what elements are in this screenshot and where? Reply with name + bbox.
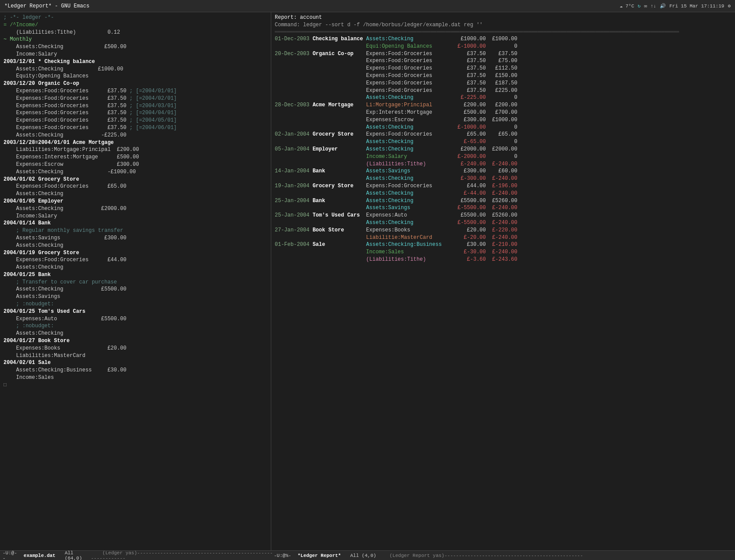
ledger-source-line: 2003/12/01 * Checking balance <box>4 58 267 66</box>
titlebar-right: ☁ 7°C ↻ ✉ ↑↓ 🔊 Fri 15 Mar 17:11:19 ⚙ <box>620 3 731 9</box>
datetime: Fri 15 Mar 17:11:19 <box>669 4 724 9</box>
ledger-source-line: Assets:Checking <box>4 264 267 271</box>
network-icon: ↑↓ <box>651 4 656 9</box>
report-header: Report: account Command: ledger --sort d… <box>275 14 732 35</box>
left-extra: (Ledger yas)----------------------------… <box>91 550 274 560</box>
refresh-icon[interactable]: ↻ <box>638 3 641 9</box>
right-spacer <box>293 553 296 558</box>
ledger-source-line: 2004/01/05 Employer <box>4 198 267 205</box>
report-row: 05-Jan-2004 Employer Assets:Checking £20… <box>275 146 732 153</box>
settings-icon[interactable]: ⚙ <box>728 3 731 9</box>
ledger-source-line: ; :nobudget: <box>4 301 267 308</box>
left-pane: ; -*- ledger -*-= /^Income/ (Liabilities… <box>0 12 271 550</box>
report-sub-row: Expens:Food:Groceries £37.50 £112.50 <box>275 65 732 72</box>
report-sub-row: Income:Sales £-30.00 £-240.00 <box>275 248 732 256</box>
report-row: Equi:Opening Balances £-1000.00 0 <box>275 43 732 50</box>
ledger-source-line: 2003/12/20 Organic Co-op <box>4 80 267 88</box>
ledger-source-line: Income:Salary <box>4 213 267 220</box>
ledger-source-line: 2004/01/02 Grocery Store <box>4 176 267 183</box>
statusbar-right: -U:@%- *Ledger Report* All (4,0) (Ledger… <box>274 553 732 558</box>
report-sub-row: Assets:Checking £-44.00 £-240.00 <box>275 190 732 197</box>
weather-icon: ☁ 7°C <box>620 3 634 9</box>
right-extra: (Ledger Report yas)---------------------… <box>378 553 583 558</box>
ledger-source-line: Expenses:Food:Groceries £44.00 <box>4 256 267 264</box>
report-sub-row: Assets:Checking £-300.00 £-240.00 <box>275 175 732 182</box>
left-filename: example.dat <box>24 553 56 558</box>
report-row: 28-Dec-2003 Acme Mortgage Li:Mortgage:Pr… <box>275 102 732 109</box>
left-spacer <box>19 553 22 558</box>
report-sub-row: Expens:Food:Groceries £37.50 £187.50 <box>275 80 732 87</box>
ledger-source-line: Expenses:Interest:Mortgage £500.00 <box>4 154 267 161</box>
report-sub-row: (Liabilities:Tithe) £-240.00 £-240.00 <box>275 161 732 168</box>
report-label: Report: account <box>275 14 732 21</box>
left-spacer2 <box>57 553 63 558</box>
ledger-source-line: Assets:Savings £300.00 <box>4 234 267 242</box>
report-sub-row: (Liabilities:Tithe) £-3.60 £-243.60 <box>275 256 732 263</box>
right-pane: Report: account Command: ledger --sort d… <box>271 12 735 550</box>
separator-line: ════════════════════════════════════════… <box>275 29 732 35</box>
report-row: 01-Feb-2004 Sale Assets:Checking:Busines… <box>275 241 732 248</box>
ledger-source-line: □ <box>4 382 267 389</box>
ledger-source-line: 2004/01/25 Bank <box>4 271 267 279</box>
report-sub-row: Assets:Checking £-1000.00 0 <box>275 124 732 131</box>
ledger-source-line: = /^Income/ <box>4 21 267 29</box>
report-sub-row: Exp:Interest:Mortgage £500.00 £700.00 <box>275 109 732 116</box>
report-sub-row: Expens:Food:Groceries £37.50 £150.00 <box>275 72 732 80</box>
ledger-source-line: Equity:Opening Balances <box>4 73 267 80</box>
report-sub-row: Expenses:Escrow £300.00 £1000.00 <box>275 116 732 124</box>
ledger-source-line: Assets:Checking £2000.00 <box>4 205 267 213</box>
ledger-source-line: Expenses:Auto £5500.00 <box>4 315 267 323</box>
ledger-source-line: Expenses:Food:Groceries £37.50 ; [=2004/… <box>4 95 267 102</box>
titlebar: *Ledger Report* - GNU Emacs ☁ 7°C ↻ ✉ ↑↓… <box>0 0 735 12</box>
right-spacer2 <box>343 553 348 558</box>
ledger-source-line: Expenses:Food:Groceries £37.50 ; [=2004/… <box>4 124 267 132</box>
report-row: 27-Jan-2004 Book Store Expenses:Books £2… <box>275 227 732 234</box>
ledger-source-line: 2003/12/28=2004/01/01 Acme Mortgage <box>4 139 267 147</box>
ledger-source-line: Expenses:Food:Groceries £37.50 ; [=2004/… <box>4 109 267 117</box>
ledger-source-line: Expenses:Food:Groceries £37.50 ; [=2004/… <box>4 102 267 110</box>
right-filename: *Ledger Report* <box>298 553 341 558</box>
ledger-source-line: Assets:Checking <box>4 330 267 337</box>
ledger-source-line: Expenses:Food:Groceries £37.50 ; [=2004/… <box>4 117 267 124</box>
report-sub-row: Assets:Savings £-5500.00 £-240.00 <box>275 204 732 212</box>
report-sub-row: Liabilitie:MasterCard £-20.00 £-240.00 <box>275 234 732 242</box>
report-rows: 01-Dec-2003 Checking balance Assets:Chec… <box>275 35 732 263</box>
report-sub-row: Income:Salary £-2000.00 0 <box>275 153 732 161</box>
window-title: *Ledger Report* - GNU Emacs <box>4 3 89 9</box>
report-row: 14-Jan-2004 Bank Assets:Savings £300.00 … <box>275 168 732 175</box>
report-sub-row: Assets:Checking £-65.00 0 <box>275 138 732 146</box>
ledger-source-line: Expenses:Food:Groceries £65.00 <box>4 183 267 190</box>
report-row: 25-Jan-2004 Tom's Used Cars Expenses:Aut… <box>275 212 732 219</box>
ledger-source-line: 2004/02/01 Sale <box>4 359 267 367</box>
ledger-source-line: Assets:Checking £5500.00 <box>4 286 267 293</box>
ledger-source-line: Assets:Checking <box>4 190 267 198</box>
mail-icon[interactable]: ✉ <box>644 3 647 9</box>
ledger-source-line: 2004/01/25 Tom's Used Cars <box>4 308 267 315</box>
ledger-source-line: 2004/01/27 Book Store <box>4 337 267 345</box>
report-sub-row: Expens:Food:Groceries £37.50 £225.00 <box>275 87 732 94</box>
ledger-source-line: Liabilities:MasterCard <box>4 352 267 360</box>
right-info: All (4,0) <box>350 553 376 558</box>
right-mode: -U:@%- <box>274 553 291 558</box>
main-area: ; -*- ledger -*-= /^Income/ (Liabilities… <box>0 12 735 550</box>
ledger-source-line: ; Transfer to cover car purchase <box>4 279 267 286</box>
left-mode: -U:@-- <box>3 550 17 560</box>
ledger-source-line: Assets:Checking:Business £30.00 <box>4 367 267 374</box>
ledger-source-line: Expenses:Escrow £300.00 <box>4 161 267 168</box>
ledger-source-line: ~ Monthly <box>4 36 267 43</box>
ledger-source-line: Income:Salary <box>4 51 267 58</box>
ledger-source-line: Assets:Checking -£225.00 <box>4 132 267 139</box>
left-info: All (64,0) <box>65 550 89 560</box>
report-row: 20-Dec-2003 Organic Co-op Expens:Food:Gr… <box>275 50 732 58</box>
report-sub-row: Expens:Food:Groceries £37.50 £75.00 <box>275 57 732 65</box>
ledger-source-line: Expenses:Books £20.00 <box>4 345 267 352</box>
report-sub-row: Assets:Checking £-5500.00 £-240.00 <box>275 219 732 227</box>
ledger-source-line: Income:Sales <box>4 374 267 382</box>
ledger-source-line: Assets:Checking <box>4 242 267 249</box>
command-label: Command: ledger --sort d -f /home/borbus… <box>275 21 732 29</box>
ledger-source: ; -*- ledger -*-= /^Income/ (Liabilities… <box>4 14 267 389</box>
audio-icon: 🔊 <box>660 3 666 9</box>
ledger-source-line: ; -*- ledger -*- <box>4 14 267 21</box>
ledger-source-line: Assets:Checking £1000.00 <box>4 66 267 73</box>
ledger-source-line: ; Regular monthly savings transfer <box>4 227 267 234</box>
